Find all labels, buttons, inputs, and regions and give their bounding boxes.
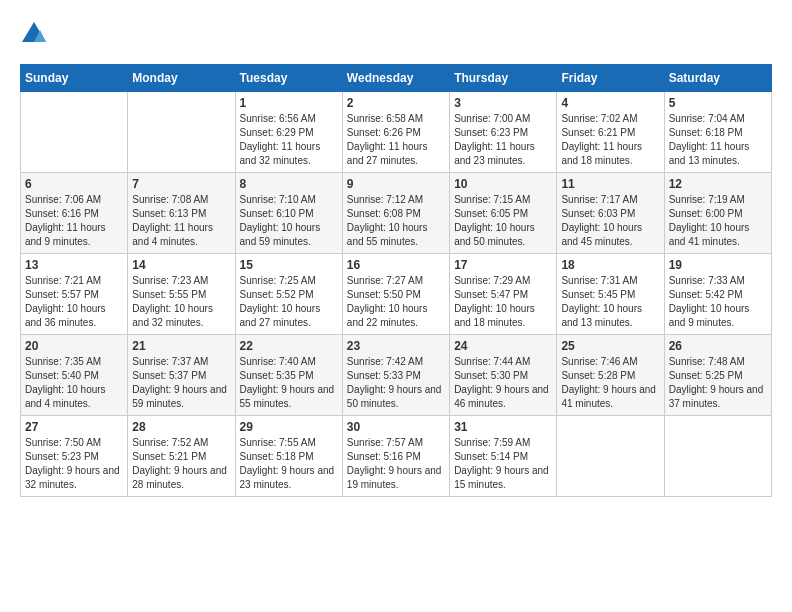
calendar-cell: 18Sunrise: 7:31 AMSunset: 5:45 PMDayligh… (557, 254, 664, 335)
day-info: Sunrise: 7:40 AMSunset: 5:35 PMDaylight:… (240, 355, 338, 411)
day-info: Sunrise: 7:12 AMSunset: 6:08 PMDaylight:… (347, 193, 445, 249)
day-number: 4 (561, 96, 659, 110)
calendar-cell: 26Sunrise: 7:48 AMSunset: 5:25 PMDayligh… (664, 335, 771, 416)
day-info: Sunrise: 7:00 AMSunset: 6:23 PMDaylight:… (454, 112, 552, 168)
day-number: 18 (561, 258, 659, 272)
header-friday: Friday (557, 65, 664, 92)
calendar-header-row: SundayMondayTuesdayWednesdayThursdayFrid… (21, 65, 772, 92)
day-info: Sunrise: 7:59 AMSunset: 5:14 PMDaylight:… (454, 436, 552, 492)
day-number: 30 (347, 420, 445, 434)
day-info: Sunrise: 7:42 AMSunset: 5:33 PMDaylight:… (347, 355, 445, 411)
day-number: 7 (132, 177, 230, 191)
day-info: Sunrise: 7:08 AMSunset: 6:13 PMDaylight:… (132, 193, 230, 249)
day-number: 8 (240, 177, 338, 191)
day-info: Sunrise: 7:35 AMSunset: 5:40 PMDaylight:… (25, 355, 123, 411)
day-number: 13 (25, 258, 123, 272)
calendar-cell: 10Sunrise: 7:15 AMSunset: 6:05 PMDayligh… (450, 173, 557, 254)
day-number: 28 (132, 420, 230, 434)
day-info: Sunrise: 7:57 AMSunset: 5:16 PMDaylight:… (347, 436, 445, 492)
day-number: 17 (454, 258, 552, 272)
calendar-cell (557, 416, 664, 497)
day-number: 29 (240, 420, 338, 434)
calendar-cell: 7Sunrise: 7:08 AMSunset: 6:13 PMDaylight… (128, 173, 235, 254)
day-number: 21 (132, 339, 230, 353)
calendar-cell: 1Sunrise: 6:56 AMSunset: 6:29 PMDaylight… (235, 92, 342, 173)
calendar-cell: 20Sunrise: 7:35 AMSunset: 5:40 PMDayligh… (21, 335, 128, 416)
calendar-cell: 19Sunrise: 7:33 AMSunset: 5:42 PMDayligh… (664, 254, 771, 335)
day-info: Sunrise: 7:15 AMSunset: 6:05 PMDaylight:… (454, 193, 552, 249)
day-info: Sunrise: 7:52 AMSunset: 5:21 PMDaylight:… (132, 436, 230, 492)
calendar-cell: 22Sunrise: 7:40 AMSunset: 5:35 PMDayligh… (235, 335, 342, 416)
day-info: Sunrise: 7:31 AMSunset: 5:45 PMDaylight:… (561, 274, 659, 330)
day-number: 25 (561, 339, 659, 353)
day-info: Sunrise: 7:27 AMSunset: 5:50 PMDaylight:… (347, 274, 445, 330)
day-info: Sunrise: 6:56 AMSunset: 6:29 PMDaylight:… (240, 112, 338, 168)
calendar-cell: 2Sunrise: 6:58 AMSunset: 6:26 PMDaylight… (342, 92, 449, 173)
day-info: Sunrise: 6:58 AMSunset: 6:26 PMDaylight:… (347, 112, 445, 168)
day-info: Sunrise: 7:46 AMSunset: 5:28 PMDaylight:… (561, 355, 659, 411)
calendar-cell: 12Sunrise: 7:19 AMSunset: 6:00 PMDayligh… (664, 173, 771, 254)
day-number: 10 (454, 177, 552, 191)
day-info: Sunrise: 7:50 AMSunset: 5:23 PMDaylight:… (25, 436, 123, 492)
calendar-cell (128, 92, 235, 173)
calendar-cell: 11Sunrise: 7:17 AMSunset: 6:03 PMDayligh… (557, 173, 664, 254)
calendar-cell: 3Sunrise: 7:00 AMSunset: 6:23 PMDaylight… (450, 92, 557, 173)
day-number: 2 (347, 96, 445, 110)
header-saturday: Saturday (664, 65, 771, 92)
day-info: Sunrise: 7:44 AMSunset: 5:30 PMDaylight:… (454, 355, 552, 411)
day-number: 11 (561, 177, 659, 191)
calendar-cell: 14Sunrise: 7:23 AMSunset: 5:55 PMDayligh… (128, 254, 235, 335)
calendar-week-row: 6Sunrise: 7:06 AMSunset: 6:16 PMDaylight… (21, 173, 772, 254)
day-info: Sunrise: 7:48 AMSunset: 5:25 PMDaylight:… (669, 355, 767, 411)
calendar-cell: 27Sunrise: 7:50 AMSunset: 5:23 PMDayligh… (21, 416, 128, 497)
calendar-week-row: 20Sunrise: 7:35 AMSunset: 5:40 PMDayligh… (21, 335, 772, 416)
day-info: Sunrise: 7:06 AMSunset: 6:16 PMDaylight:… (25, 193, 123, 249)
calendar-cell: 5Sunrise: 7:04 AMSunset: 6:18 PMDaylight… (664, 92, 771, 173)
day-number: 1 (240, 96, 338, 110)
calendar-cell: 28Sunrise: 7:52 AMSunset: 5:21 PMDayligh… (128, 416, 235, 497)
day-number: 5 (669, 96, 767, 110)
day-number: 16 (347, 258, 445, 272)
header-wednesday: Wednesday (342, 65, 449, 92)
logo-icon (20, 20, 48, 48)
calendar-cell: 25Sunrise: 7:46 AMSunset: 5:28 PMDayligh… (557, 335, 664, 416)
calendar-cell: 17Sunrise: 7:29 AMSunset: 5:47 PMDayligh… (450, 254, 557, 335)
calendar-cell (664, 416, 771, 497)
calendar-cell: 6Sunrise: 7:06 AMSunset: 6:16 PMDaylight… (21, 173, 128, 254)
day-info: Sunrise: 7:21 AMSunset: 5:57 PMDaylight:… (25, 274, 123, 330)
logo (20, 20, 52, 48)
calendar-cell: 4Sunrise: 7:02 AMSunset: 6:21 PMDaylight… (557, 92, 664, 173)
day-number: 22 (240, 339, 338, 353)
day-number: 31 (454, 420, 552, 434)
calendar-cell: 16Sunrise: 7:27 AMSunset: 5:50 PMDayligh… (342, 254, 449, 335)
calendar-cell (21, 92, 128, 173)
day-number: 27 (25, 420, 123, 434)
calendar-table: SundayMondayTuesdayWednesdayThursdayFrid… (20, 64, 772, 497)
day-number: 12 (669, 177, 767, 191)
header-sunday: Sunday (21, 65, 128, 92)
calendar-cell: 9Sunrise: 7:12 AMSunset: 6:08 PMDaylight… (342, 173, 449, 254)
day-info: Sunrise: 7:23 AMSunset: 5:55 PMDaylight:… (132, 274, 230, 330)
calendar-cell: 8Sunrise: 7:10 AMSunset: 6:10 PMDaylight… (235, 173, 342, 254)
header-tuesday: Tuesday (235, 65, 342, 92)
day-info: Sunrise: 7:37 AMSunset: 5:37 PMDaylight:… (132, 355, 230, 411)
day-info: Sunrise: 7:17 AMSunset: 6:03 PMDaylight:… (561, 193, 659, 249)
calendar-week-row: 27Sunrise: 7:50 AMSunset: 5:23 PMDayligh… (21, 416, 772, 497)
day-info: Sunrise: 7:04 AMSunset: 6:18 PMDaylight:… (669, 112, 767, 168)
calendar-cell: 24Sunrise: 7:44 AMSunset: 5:30 PMDayligh… (450, 335, 557, 416)
day-number: 6 (25, 177, 123, 191)
day-info: Sunrise: 7:02 AMSunset: 6:21 PMDaylight:… (561, 112, 659, 168)
calendar-cell: 15Sunrise: 7:25 AMSunset: 5:52 PMDayligh… (235, 254, 342, 335)
day-number: 23 (347, 339, 445, 353)
day-number: 24 (454, 339, 552, 353)
day-number: 26 (669, 339, 767, 353)
day-info: Sunrise: 7:25 AMSunset: 5:52 PMDaylight:… (240, 274, 338, 330)
page-header (20, 20, 772, 48)
day-info: Sunrise: 7:55 AMSunset: 5:18 PMDaylight:… (240, 436, 338, 492)
calendar-cell: 30Sunrise: 7:57 AMSunset: 5:16 PMDayligh… (342, 416, 449, 497)
calendar-cell: 29Sunrise: 7:55 AMSunset: 5:18 PMDayligh… (235, 416, 342, 497)
calendar-cell: 21Sunrise: 7:37 AMSunset: 5:37 PMDayligh… (128, 335, 235, 416)
day-number: 15 (240, 258, 338, 272)
day-info: Sunrise: 7:10 AMSunset: 6:10 PMDaylight:… (240, 193, 338, 249)
day-number: 20 (25, 339, 123, 353)
